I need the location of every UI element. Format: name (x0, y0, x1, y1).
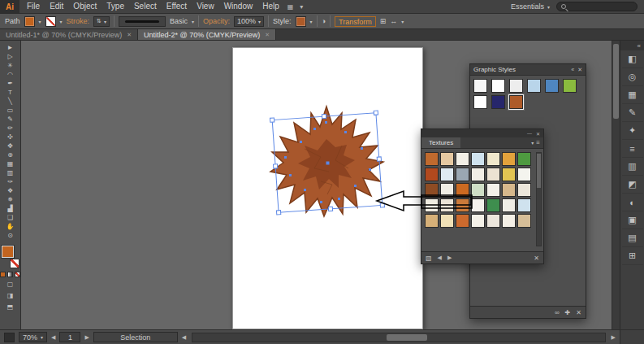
menu-item[interactable]: Window (219, 0, 258, 13)
close-panel-icon[interactable]: ✕ (577, 67, 582, 73)
texture-swatch[interactable] (425, 214, 439, 228)
style-caret-icon[interactable]: ▾ (310, 19, 313, 24)
next-library-icon[interactable]: ▶ (447, 255, 452, 261)
texture-swatch[interactable] (440, 198, 454, 212)
gradient-tool[interactable]: ▥ (2, 168, 19, 177)
artboard-navigation-field[interactable]: 1 (59, 332, 80, 342)
texture-swatch[interactable] (471, 198, 485, 212)
menu-item[interactable]: Help (257, 0, 284, 13)
symbol-sprayer-tool[interactable]: ✵ (2, 195, 19, 204)
texture-swatch[interactable] (440, 152, 454, 166)
document-tab[interactable]: Untitled-1* @ 70% (CMYK/Preview) ✕ (0, 29, 138, 40)
style-swatch[interactable] (296, 16, 306, 27)
horizontal-scrollbar[interactable] (192, 333, 605, 342)
fill-stroke-widget[interactable] (2, 246, 19, 268)
stroke-color-swatch[interactable] (45, 16, 56, 27)
texture-swatch[interactable] (502, 168, 516, 181)
opacity-caret-icon[interactable]: ▾ (258, 19, 261, 24)
zoom-tool[interactable]: ⊙ (2, 231, 19, 240)
direct-selection-tool[interactable]: ▷ (2, 52, 19, 61)
texture-swatch[interactable] (456, 183, 469, 197)
type-tool[interactable]: T (2, 88, 19, 97)
texture-swatch[interactable] (486, 168, 500, 181)
style-7[interactable] (473, 95, 487, 109)
dock-header[interactable]: « (620, 41, 644, 50)
texture-swatch[interactable] (456, 168, 469, 181)
free-transform-tool[interactable]: ✥ (2, 142, 19, 150)
vertical-scrollbar[interactable] (612, 41, 620, 329)
texture-swatch[interactable] (456, 198, 469, 212)
draw-behind-mode[interactable]: ◨ (2, 290, 19, 300)
texture-swatch[interactable] (502, 152, 516, 166)
texture-swatch[interactable] (486, 183, 500, 197)
menu-item[interactable]: Object (68, 0, 102, 13)
texture-swatch[interactable] (456, 152, 469, 166)
textures-panel-menu[interactable]: ▾ ≡ (528, 137, 543, 148)
brush-definition-dropdown[interactable] (119, 16, 166, 27)
mesh-tool[interactable]: ▦ (2, 159, 19, 168)
menu-item[interactable]: File (22, 0, 45, 13)
gradient-button[interactable] (7, 272, 13, 277)
texture-swatch[interactable] (425, 198, 439, 212)
stroke-panel-link[interactable]: Stroke: (67, 17, 90, 25)
distribute-icon[interactable]: ↔ (390, 17, 397, 25)
selection-tool[interactable]: ► (2, 43, 19, 52)
arrange-documents-caret-icon[interactable]: ▾ (296, 3, 306, 11)
previous-library-icon[interactable]: ◀ (438, 255, 442, 261)
texture-swatch[interactable] (456, 214, 469, 228)
star-artwork[interactable] (264, 100, 394, 230)
line-segment-tool[interactable]: ╲ (2, 97, 19, 106)
menu-item[interactable]: Edit (45, 0, 68, 13)
style-5[interactable] (545, 79, 559, 93)
expand-panels-icon[interactable]: « (638, 42, 641, 50)
texture-swatch[interactable] (471, 183, 485, 197)
artboards-panel-icon[interactable]: ⊞ (622, 247, 643, 265)
symbols-panel-icon[interactable]: ✦ (622, 122, 643, 140)
column-graph-tool[interactable]: ▟ (2, 204, 19, 213)
vertical-scrollbar-thumb[interactable] (613, 44, 619, 119)
appearance-panel-icon[interactable]: ◐ (622, 194, 643, 211)
arrange-documents-icon[interactable]: ▦ (284, 3, 297, 11)
style-4[interactable] (527, 79, 541, 93)
brush-caret-icon[interactable]: ▾ (192, 19, 194, 24)
view-mode-icon[interactable]: ▧ (426, 255, 432, 262)
style-6[interactable] (563, 79, 577, 93)
brush-name-label[interactable]: Basic (170, 17, 188, 25)
layers-panel-icon[interactable]: ▤ (622, 229, 643, 247)
default-style[interactable] (473, 79, 487, 93)
texture-swatch[interactable] (517, 183, 531, 197)
horizontal-scrollbar-thumb[interactable] (387, 334, 427, 341)
stroke-width-stepper-icon[interactable]: ⇅ (97, 18, 102, 24)
menu-item[interactable]: Type (102, 0, 129, 13)
paintbrush-tool[interactable]: ✎ (2, 115, 19, 124)
texture-swatch[interactable] (425, 183, 439, 197)
texture-swatch[interactable] (440, 214, 454, 228)
menu-item[interactable]: Effect (162, 0, 192, 13)
pen-tool[interactable]: ✒ (2, 79, 19, 88)
lasso-tool[interactable]: ◠ (2, 70, 19, 79)
swatches-panel-icon[interactable]: ▦ (622, 86, 643, 104)
texture-swatch[interactable] (440, 183, 454, 197)
opacity-panel-link[interactable]: Opacity: (203, 17, 230, 25)
rectangle-tool[interactable]: ▭ (2, 106, 19, 115)
textures-panel-tab[interactable]: Textures (421, 137, 460, 148)
recolor-artwork-icon[interactable]: ◑ (322, 17, 326, 25)
texture-swatch[interactable] (440, 168, 454, 181)
graphic-styles-panel-icon[interactable]: ▣ (622, 211, 643, 229)
scroll-left-icon[interactable]: ◀ (182, 334, 186, 341)
textures-panel-grip[interactable]: — ✕ (421, 129, 543, 137)
first-artboard-icon[interactable]: ◀ (51, 334, 55, 341)
search-box[interactable] (556, 2, 638, 11)
eyedropper-tool[interactable]: ✑ (2, 177, 19, 186)
menu-item[interactable]: Select (129, 0, 162, 13)
width-tool[interactable]: ✣ (2, 133, 19, 142)
scroll-right-icon[interactable]: ▶ (612, 334, 616, 341)
close-panel-icon[interactable]: ✕ (536, 131, 540, 137)
textures-scrollbar-thumb[interactable] (537, 154, 541, 188)
fill-color-swatch[interactable] (24, 16, 35, 27)
style-3[interactable] (509, 79, 523, 93)
color-panel-icon[interactable]: ◧ (622, 50, 643, 68)
artboard-tool[interactable]: ❏ (2, 213, 19, 222)
stroke-caret-icon[interactable]: ▾ (60, 19, 63, 24)
toolbar-fill-swatch[interactable] (2, 246, 14, 258)
